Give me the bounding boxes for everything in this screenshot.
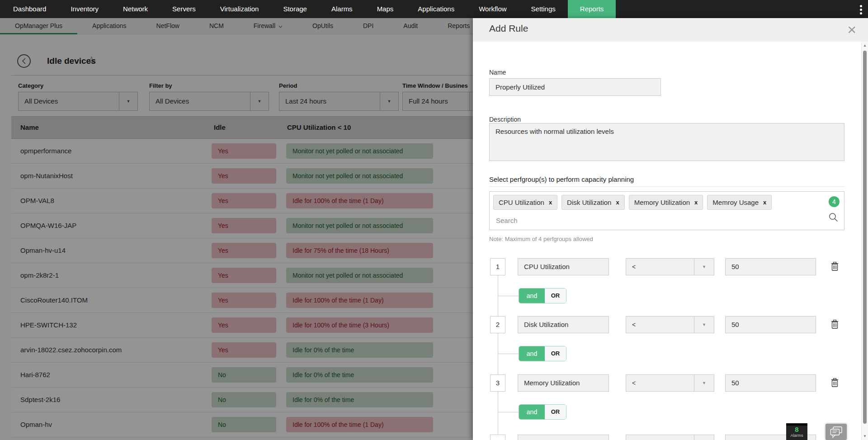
name-label: Name (489, 69, 506, 76)
alarms-label: Alarms (786, 433, 807, 438)
trash-icon (831, 262, 839, 271)
kebab-dot (860, 12, 862, 14)
scroll-down-arrow[interactable]: ▼ (862, 434, 868, 438)
topnav-item-workflow[interactable]: Workflow (467, 0, 519, 18)
chevron-down-icon: ▼ (694, 259, 714, 275)
alarms-badge[interactable]: 8 Alarms (786, 423, 807, 440)
panel-scrollbar[interactable]: ▲ ▼ (861, 42, 868, 440)
panel-header: Add Rule × (473, 18, 868, 42)
topnav-item-inventory[interactable]: Inventory (58, 0, 111, 18)
connector-line (498, 296, 519, 296)
topnav-item-dashboard[interactable]: Dashboard (1, 0, 58, 18)
perfgroup-search-input[interactable] (493, 213, 820, 228)
perfgroup-tag[interactable]: Memory Utilizationx (629, 195, 703, 210)
rule-number: 1 (490, 258, 505, 275)
remove-tag-icon[interactable]: x (694, 199, 698, 206)
or-option[interactable]: OR (545, 346, 566, 361)
perfgroup-section-heading: Select perfgroup(s) to perform capacity … (489, 175, 634, 183)
and-option[interactable]: and (519, 289, 545, 303)
rule-metric-field[interactable]: Disk Utilization (518, 316, 609, 333)
perfgroup-tag[interactable]: CPU Utilizationx (493, 195, 557, 210)
delete-rule-button[interactable] (831, 378, 840, 388)
remove-tag-icon[interactable]: x (763, 199, 766, 206)
delete-rule-button[interactable] (831, 320, 840, 330)
connector-line (498, 392, 498, 435)
topnav-item-settings[interactable]: Settings (519, 0, 568, 18)
connector-line (498, 412, 519, 412)
rule-operator-dropdown[interactable]: <▼ (626, 374, 714, 392)
kebab-dot (860, 9, 862, 11)
topnav-item-applications[interactable]: Applications (406, 0, 467, 18)
and-or-toggle[interactable]: andOR (519, 288, 566, 303)
chat-widget-button[interactable] (826, 424, 847, 440)
overflow-menu-icon[interactable] (857, 4, 864, 15)
chevron-down-icon: ▼ (694, 317, 714, 333)
magnifier-glyph (829, 213, 838, 222)
rule-value-field[interactable]: 50 (725, 316, 816, 333)
perfgroup-note: Note: Maximum of 4 perfgroups allowed (489, 236, 593, 242)
chevron-down-icon: ▼ (694, 435, 714, 440)
top-navigation: DashboardInventoryNetworkServersVirtuali… (0, 0, 868, 18)
chevron-down-icon: ▼ (694, 375, 714, 391)
topnav-item-alarms[interactable]: Alarms (319, 0, 365, 18)
topnav-item-reports[interactable]: Reports (568, 0, 616, 18)
remove-tag-icon[interactable]: x (616, 199, 619, 206)
rule-number: 4 (490, 435, 505, 440)
rule-operator-dropdown[interactable]: <▼ (626, 316, 714, 333)
close-icon[interactable]: × (847, 19, 856, 39)
rule-metric-field[interactable]: Memory Utilization (518, 374, 609, 392)
trash-icon (831, 320, 839, 329)
rule-operator-dropdown[interactable]: <▼ (626, 258, 714, 275)
or-option[interactable]: OR (545, 405, 566, 419)
rule-number: 3 (490, 374, 505, 392)
rule-number: 2 (490, 316, 505, 333)
and-or-toggle[interactable]: andOR (519, 346, 566, 361)
or-option[interactable]: OR (545, 289, 566, 303)
panel-title: Add Rule (489, 23, 528, 34)
description-label: Description (489, 116, 521, 123)
selected-count-badge: 4 (829, 196, 840, 207)
rule-value-field[interactable]: 50 (725, 258, 816, 275)
and-option[interactable]: and (519, 405, 545, 419)
rule-value-field[interactable]: 50 (725, 374, 816, 392)
rule-metric-field[interactable]: Memroy Usage (518, 435, 609, 440)
topnav-item-virtualization[interactable]: Virtualization (208, 0, 271, 18)
and-or-toggle[interactable]: andOR (519, 404, 566, 420)
kebab-dot (860, 5, 862, 7)
delete-rule-button[interactable] (831, 262, 840, 272)
topnav-item-storage[interactable]: Storage (271, 0, 319, 18)
topnav-item-servers[interactable]: Servers (160, 0, 208, 18)
rule-description-textarea[interactable]: Resources with normal utilization levels (489, 123, 844, 161)
add-rule-panel: Add Rule × Name Description Resources wi… (473, 18, 868, 440)
remove-tag-icon[interactable]: x (549, 199, 552, 206)
rule-metric-field[interactable]: CPU Utilization (518, 258, 609, 275)
connector-line (498, 354, 519, 354)
alarms-count: 8 (786, 426, 807, 433)
scrollbar-thumb[interactable] (863, 51, 867, 424)
rule-name-input[interactable] (489, 78, 661, 96)
scroll-up-arrow[interactable]: ▲ (862, 43, 868, 47)
perfgroup-tag[interactable]: Memroy Usagex (707, 195, 772, 210)
perfgroup-tag[interactable]: Disk Utilizationx (561, 195, 625, 210)
rule-operator-dropdown[interactable]: <▼ (626, 435, 714, 440)
trash-icon (831, 378, 839, 388)
topnav-item-maps[interactable]: Maps (365, 0, 406, 18)
perfgroup-multiselect[interactable]: CPU UtilizationxDisk UtilizationxMemory … (489, 191, 844, 230)
divider (489, 186, 844, 187)
and-option[interactable]: and (519, 346, 545, 361)
search-icon[interactable] (829, 213, 838, 224)
chat-bubbles-icon (829, 426, 843, 438)
topnav-item-network[interactable]: Network (111, 0, 160, 18)
